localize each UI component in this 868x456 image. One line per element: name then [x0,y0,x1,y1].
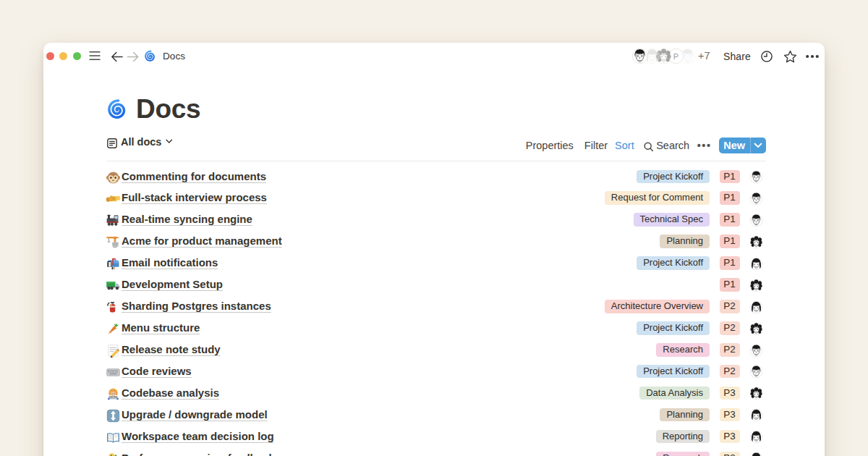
svg-text:P: P [673,52,678,61]
